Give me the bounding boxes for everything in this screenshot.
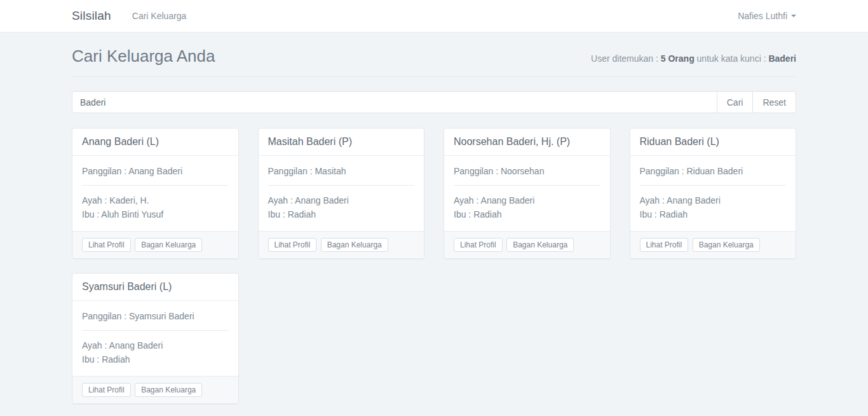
reset-button[interactable]: Reset (752, 91, 796, 113)
nav-item-cari-keluarga[interactable]: Cari Keluarga (132, 11, 187, 21)
lihat-profil-button[interactable]: Lihat Profil (82, 383, 131, 397)
lihat-profil-button[interactable]: Lihat Profil (640, 238, 689, 252)
person-mother: Ibu : Radiah (82, 354, 130, 364)
person-mother: Ibu : Radiah (268, 209, 316, 219)
person-father: Ayah : Kaderi, H. (82, 195, 149, 205)
person-card-column: Syamsuri Baderi (L) Panggilan : Syamsuri… (62, 273, 248, 404)
result-count: 5 Orang (661, 53, 695, 64)
result-keyword: Baderi (768, 53, 796, 64)
person-name: Syamsuri Baderi (L) (82, 281, 229, 293)
cari-button[interactable]: Cari (717, 91, 754, 113)
person-card-column: Riduan Baderi (L) Panggilan : Riduan Bad… (620, 128, 806, 259)
search-form: Cari Reset (72, 91, 796, 113)
bagan-keluarga-button[interactable]: Bagan Keluarga (135, 238, 202, 252)
main-content: Cari Keluarga Anda User ditemukan : 5 Or… (62, 32, 806, 416)
user-name: Nafies Luthfi (738, 11, 787, 21)
person-nickname: Panggilan : Riduan Baderi (640, 165, 787, 177)
person-parents: Ayah : Anang BaderiIbu : Radiah (640, 193, 787, 221)
person-card-header: Riduan Baderi (L) (630, 128, 796, 156)
divider (640, 185, 787, 186)
brand-link[interactable]: Silsilah (72, 9, 111, 23)
bagan-keluarga-button[interactable]: Bagan Keluarga (506, 238, 574, 252)
person-card-footer: Lihat Profil Bagan Keluarga (444, 231, 610, 258)
person-card-body: Panggilan : Anang Baderi Ayah : Kaderi, … (72, 156, 238, 231)
person-card: Anang Baderi (L) Panggilan : Anang Bader… (72, 128, 239, 259)
result-middle: untuk kata kunci : (695, 53, 769, 64)
divider (82, 185, 229, 186)
person-name: Masitah Baderi (P) (268, 136, 415, 148)
page-header: Cari Keluarga Anda User ditemukan : 5 Or… (72, 32, 796, 77)
lihat-profil-button[interactable]: Lihat Profil (82, 238, 131, 252)
person-card-body: Panggilan : Noorsehan Ayah : Anang Bader… (444, 156, 610, 231)
person-parents: Ayah : Kaderi, H.Ibu : Aluh Binti Yusuf (82, 193, 229, 221)
person-nickname: Panggilan : Noorsehan (454, 165, 600, 177)
person-mother: Ibu : Radiah (454, 209, 502, 219)
person-card-footer: Lihat Profil Bagan Keluarga (259, 231, 424, 258)
person-card-column: Masitah Baderi (P) Panggilan : Masitah A… (248, 128, 435, 259)
person-card-header: Syamsuri Baderi (L) (72, 274, 238, 301)
user-dropdown[interactable]: Nafies Luthfi (738, 11, 796, 21)
person-mother: Ibu : Aluh Binti Yusuf (82, 209, 163, 219)
bagan-keluarga-button[interactable]: Bagan Keluarga (693, 238, 760, 252)
lihat-profil-button[interactable]: Lihat Profil (268, 238, 317, 252)
search-input[interactable] (72, 91, 717, 113)
person-nickname: Panggilan : Masitah (268, 165, 415, 177)
person-card: Riduan Baderi (L) Panggilan : Riduan Bad… (630, 128, 797, 259)
person-name: Riduan Baderi (L) (640, 136, 787, 148)
person-name: Anang Baderi (L) (82, 136, 229, 148)
person-card-footer: Lihat Profil Bagan Keluarga (630, 231, 796, 258)
person-card-footer: Lihat Profil Bagan Keluarga (72, 376, 238, 403)
person-card-header: Anang Baderi (L) (72, 128, 238, 156)
person-card: Noorsehan Baderi, Hj. (P) Panggilan : No… (444, 128, 611, 259)
person-nickname: Panggilan : Syamsuri Baderi (82, 310, 229, 322)
page-title: Cari Keluarga Anda (72, 46, 215, 66)
divider (454, 185, 600, 186)
cards-grid: Anang Baderi (L) Panggilan : Anang Bader… (62, 128, 806, 416)
person-father: Ayah : Anang Baderi (268, 195, 349, 205)
person-parents: Ayah : Anang BaderiIbu : Radiah (82, 338, 229, 366)
bagan-keluarga-button[interactable]: Bagan Keluarga (321, 238, 388, 252)
divider (268, 185, 415, 186)
person-card-body: Panggilan : Syamsuri Baderi Ayah : Anang… (72, 301, 238, 376)
person-father: Ayah : Anang Baderi (640, 195, 721, 205)
person-card-body: Panggilan : Masitah Ayah : Anang BaderiI… (259, 156, 424, 231)
person-card-body: Panggilan : Riduan Baderi Ayah : Anang B… (630, 156, 796, 231)
chevron-down-icon (791, 15, 796, 17)
divider (82, 330, 229, 331)
person-mother: Ibu : Radiah (640, 209, 688, 219)
result-prefix: User ditemukan : (591, 53, 661, 64)
bagan-keluarga-button[interactable]: Bagan Keluarga (135, 383, 202, 397)
person-nickname: Panggilan : Anang Baderi (82, 165, 229, 177)
person-parents: Ayah : Anang BaderiIbu : Radiah (268, 193, 415, 221)
person-card-header: Masitah Baderi (P) (259, 128, 424, 156)
lihat-profil-button[interactable]: Lihat Profil (454, 238, 503, 252)
person-card-column: Anang Baderi (L) Panggilan : Anang Bader… (62, 128, 248, 259)
person-card: Syamsuri Baderi (L) Panggilan : Syamsuri… (72, 273, 239, 404)
result-summary: User ditemukan : 5 Orang untuk kata kunc… (591, 53, 796, 64)
navbar: Silsilah Cari Keluarga Nafies Luthfi (0, 0, 868, 32)
person-card: Masitah Baderi (P) Panggilan : Masitah A… (258, 128, 425, 259)
person-father: Ayah : Anang Baderi (454, 195, 534, 205)
person-parents: Ayah : Anang BaderiIbu : Radiah (454, 193, 600, 221)
person-card-header: Noorsehan Baderi, Hj. (P) (444, 128, 610, 156)
person-name: Noorsehan Baderi, Hj. (P) (454, 136, 600, 148)
person-card-column: Noorsehan Baderi, Hj. (P) Panggilan : No… (434, 128, 620, 259)
person-card-footer: Lihat Profil Bagan Keluarga (72, 231, 238, 258)
person-father: Ayah : Anang Baderi (82, 340, 163, 350)
